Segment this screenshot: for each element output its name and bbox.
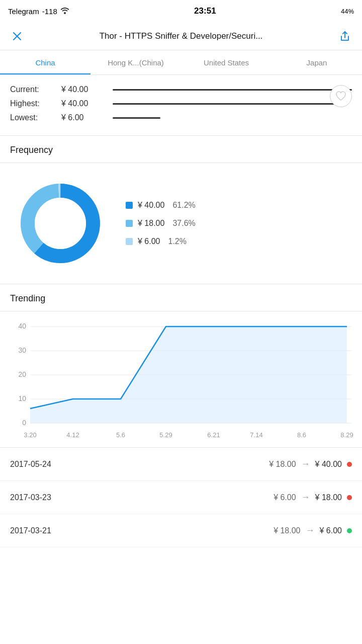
signal-strength: -118 — [42, 7, 57, 16]
chart-container: 40 30 20 10 0 3.20 4.12 5.6 5.29 6.21 7.… — [0, 311, 362, 447]
history-indicator-down-2 — [347, 528, 352, 533]
favorite-button[interactable] — [330, 85, 352, 107]
legend-dot-6 — [126, 238, 133, 245]
history-date-0: 2017-05-24 — [10, 460, 51, 469]
legend-pct-40: 61.2% — [172, 201, 195, 210]
svg-text:0: 0 — [22, 419, 26, 427]
trending-title: Trending — [0, 284, 362, 311]
page-title: Thor - HTTPS Sniffer & Developer/Securi.… — [32, 31, 330, 41]
legend-price-6: ¥ 6.00 — [138, 237, 160, 246]
share-button[interactable] — [336, 27, 354, 45]
current-label: Current: — [10, 85, 55, 94]
svg-text:20: 20 — [18, 370, 26, 378]
history-row-0: 2017-05-24 ¥ 18.00 → ¥ 40.00 — [0, 448, 362, 481]
svg-text:6.21: 6.21 — [207, 431, 220, 439]
history-date-1: 2017-03-23 — [10, 493, 51, 502]
history-arrow-1: → — [301, 492, 310, 503]
header: Thor - HTTPS Sniffer & Developer/Securi.… — [0, 22, 362, 50]
history-row-2: 2017-03-21 ¥ 18.00 → ¥ 6.00 — [0, 514, 362, 547]
frequency-section: Frequency ¥ — [0, 136, 362, 284]
history-old-1: ¥ 6.00 — [274, 493, 296, 502]
svg-text:40: 40 — [18, 322, 26, 330]
lowest-value: ¥ 6.00 — [61, 113, 107, 122]
legend-pct-18: 37.6% — [172, 219, 195, 228]
history-date-2: 2017-03-21 — [10, 526, 51, 535]
tab-japan[interactable]: Japan — [272, 50, 362, 74]
history-row-1: 2017-03-23 ¥ 6.00 → ¥ 18.00 — [0, 481, 362, 514]
history-old-0: ¥ 18.00 — [269, 460, 296, 469]
tab-hongkong[interactable]: Hong K...(China) — [90, 50, 181, 74]
close-button[interactable] — [8, 27, 26, 45]
legend-price-40: ¥ 40.00 — [138, 201, 164, 210]
svg-point-7 — [35, 198, 86, 249]
svg-text:7.14: 7.14 — [250, 431, 262, 439]
svg-text:3.20: 3.20 — [24, 431, 36, 439]
history-new-2: ¥ 6.00 — [320, 526, 342, 535]
status-right: 44% — [341, 8, 354, 15]
highest-bar-container — [113, 103, 352, 105]
svg-text:4.12: 4.12 — [66, 431, 79, 439]
svg-text:30: 30 — [18, 346, 26, 354]
current-price-row: Current: ¥ 40.00 — [10, 85, 352, 94]
history-prices-2: ¥ 18.00 → ¥ 6.00 — [274, 525, 352, 536]
tab-us[interactable]: United States — [181, 50, 272, 74]
history-prices-0: ¥ 18.00 → ¥ 40.00 — [269, 459, 352, 469]
history-new-1: ¥ 18.00 — [315, 493, 342, 502]
history-section: 2017-05-24 ¥ 18.00 → ¥ 40.00 2017-03-23 … — [0, 448, 362, 547]
svg-text:5.29: 5.29 — [159, 431, 172, 439]
legend-item-6: ¥ 6.00 1.2% — [126, 237, 196, 246]
frequency-title: Frequency — [0, 136, 362, 163]
highest-value: ¥ 40.00 — [61, 99, 107, 108]
highest-label: Highest: — [10, 99, 55, 108]
legend-price-18: ¥ 18.00 — [138, 219, 164, 228]
legend-item-18: ¥ 18.00 37.6% — [126, 219, 196, 228]
lowest-price-row: Lowest: ¥ 6.00 — [10, 113, 352, 122]
frequency-legend: ¥ 40.00 61.2% ¥ 18.00 37.6% ¥ 6.00 1.2% — [126, 201, 196, 246]
battery-percentage: 44% — [341, 8, 354, 15]
legend-item-40: ¥ 40.00 61.2% — [126, 201, 196, 210]
history-old-2: ¥ 18.00 — [274, 526, 300, 535]
current-value: ¥ 40.00 — [61, 85, 107, 94]
app-name: Telegram — [8, 7, 39, 16]
history-new-0: ¥ 40.00 — [315, 460, 342, 469]
current-bar — [113, 89, 352, 91]
svg-text:8.29: 8.29 — [340, 431, 353, 439]
donut-chart — [15, 178, 106, 269]
history-indicator-up-1 — [347, 495, 352, 500]
status-time: 23:51 — [194, 6, 216, 16]
legend-pct-6: 1.2% — [168, 237, 186, 246]
trending-section: Trending 40 30 20 10 0 3.20 4.12 — [0, 284, 362, 447]
highest-price-row: Highest: ¥ 40.00 — [10, 99, 352, 108]
status-bar: Telegram -118 23:51 44% — [0, 0, 362, 22]
svg-text:10: 10 — [18, 394, 26, 403]
wifi-icon — [60, 7, 69, 16]
lowest-label: Lowest: — [10, 113, 55, 122]
history-indicator-up-0 — [347, 462, 352, 467]
frequency-content: ¥ 40.00 61.2% ¥ 18.00 37.6% ¥ 6.00 1.2% — [0, 163, 362, 284]
lowest-bar-container — [113, 117, 352, 119]
svg-text:5.6: 5.6 — [116, 431, 125, 439]
history-arrow-0: → — [301, 459, 310, 469]
legend-dot-18 — [126, 220, 133, 227]
legend-dot-40 — [126, 202, 133, 209]
svg-point-0 — [64, 12, 66, 14]
tab-china[interactable]: China — [0, 50, 90, 74]
highest-bar — [113, 103, 347, 105]
price-section: Current: ¥ 40.00 Highest: ¥ 40.00 Lowest… — [0, 75, 362, 135]
history-arrow-2: → — [306, 525, 315, 536]
history-prices-1: ¥ 6.00 → ¥ 18.00 — [274, 492, 352, 503]
region-tabs: China Hong K...(China) United States Jap… — [0, 50, 362, 75]
svg-text:8.6: 8.6 — [297, 431, 306, 439]
status-left: Telegram -118 — [8, 7, 69, 16]
lowest-bar — [113, 117, 160, 119]
current-bar-container — [113, 89, 352, 91]
